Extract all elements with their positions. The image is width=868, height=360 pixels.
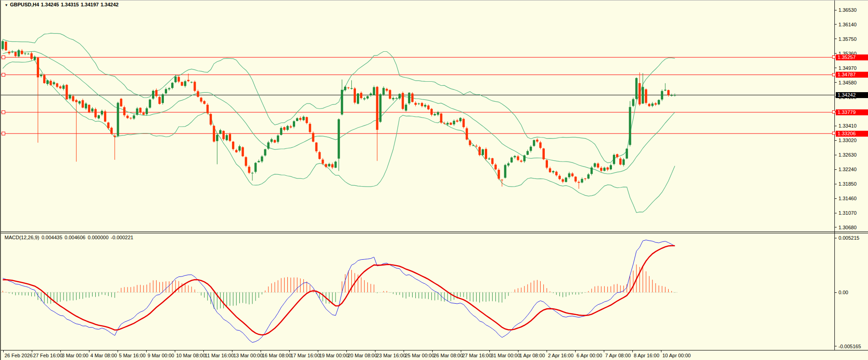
candle-body — [402, 93, 404, 109]
candle-body — [5, 42, 7, 50]
candle-body — [562, 179, 564, 182]
candle-body — [299, 118, 301, 120]
time-tick-mark — [661, 350, 661, 352]
ohlc-low: 1.34197 — [81, 2, 99, 7]
candle-body — [190, 82, 192, 83]
candle-body — [232, 142, 234, 149]
level-line-anchor[interactable] — [2, 132, 5, 135]
candle-body — [222, 131, 225, 139]
candle-body — [66, 85, 68, 99]
candle-body — [40, 74, 42, 76]
candle-body — [136, 108, 138, 115]
candle-body — [571, 173, 573, 176]
time-tick-mark — [118, 350, 118, 352]
candle-body — [75, 100, 78, 102]
candle-body — [245, 157, 247, 166]
candle-body — [527, 151, 529, 155]
candle-body — [59, 86, 61, 88]
price-tick-mark — [835, 126, 837, 126]
candle-body — [629, 107, 631, 145]
candle-body — [418, 104, 420, 104]
time-tick-mark — [175, 350, 175, 352]
level-line-anchor[interactable] — [2, 111, 5, 114]
time-tick-mark — [89, 350, 89, 352]
candle-body — [421, 103, 423, 106]
level-line-anchor[interactable] — [2, 73, 5, 76]
symbol-dropdown-icon[interactable]: ▼ — [5, 3, 8, 7]
ohlc-high: 1.34315 — [61, 2, 79, 7]
price-tick-mark — [835, 227, 837, 227]
level-line-handle[interactable] — [832, 55, 835, 59]
candle-body — [283, 127, 286, 130]
candle-body — [91, 108, 94, 111]
candle-body — [168, 88, 170, 89]
candle-body — [607, 168, 609, 170]
level-line-handle[interactable] — [832, 110, 835, 113]
price-tick-label: 1.33020 — [838, 138, 857, 143]
macd-chart-area[interactable] — [1, 233, 834, 350]
candle-body — [411, 94, 414, 102]
macd-histogram — [3, 265, 675, 310]
candle-body — [162, 94, 164, 103]
candle-body — [149, 99, 151, 108]
price-tick-label: 1.36530 — [838, 7, 857, 13]
candle-body — [530, 147, 532, 151]
panel-divider[interactable] — [1, 232, 868, 233]
time-label: 4 Mar 08:00 — [90, 353, 117, 358]
level-line-anchor[interactable] — [2, 56, 5, 59]
candle-body — [331, 164, 334, 168]
candle-body — [30, 53, 33, 59]
candle-body — [667, 90, 670, 95]
candle-body — [139, 108, 142, 112]
candle-body — [85, 104, 87, 108]
candle-body — [603, 168, 606, 171]
macd-name: MACD(12,26,9) — [5, 235, 39, 240]
candle-body — [424, 105, 426, 107]
candle-body — [94, 109, 97, 117]
candle-body — [581, 179, 583, 182]
candle-body — [27, 54, 30, 54]
candle-body — [642, 87, 644, 104]
candle-body — [34, 57, 36, 60]
price-chart-area[interactable] — [1, 0, 834, 232]
candle-body — [69, 95, 71, 99]
time-tick-mark — [203, 350, 204, 352]
time-tick-mark — [232, 350, 232, 352]
candle-body — [8, 52, 10, 54]
macd-axis-bottom-label: -0.005165 — [838, 344, 861, 349]
level-price-box: 1.33779 — [836, 109, 868, 115]
candle-body — [523, 155, 526, 161]
candle-body — [366, 96, 369, 99]
price-tick-mark — [835, 140, 837, 141]
candle-body — [510, 158, 513, 163]
price-tick-label: 1.33410 — [838, 123, 857, 128]
time-tick-mark — [432, 350, 433, 352]
candle-body — [443, 123, 445, 123]
time-tick-mark — [632, 350, 633, 352]
time-label: 2 Apr 16:00 — [548, 353, 573, 358]
candle-body — [430, 109, 433, 115]
candle-body — [613, 155, 615, 164]
candle-body — [555, 172, 557, 175]
candle-body — [187, 80, 189, 81]
time-tick-mark — [375, 350, 375, 352]
price-axis[interactable]: 1.365301.361401.357501.353601.349701.345… — [834, 0, 868, 350]
candle-body — [350, 88, 353, 89]
time-label: 27 Feb 16:00 — [33, 353, 63, 358]
candle-body — [507, 163, 509, 166]
level-line-handle[interactable] — [832, 132, 835, 135]
candle-body — [338, 119, 340, 159]
candle-body — [488, 158, 490, 159]
candle-body — [82, 100, 84, 108]
price-tick-mark — [835, 39, 837, 39]
candle-body — [302, 117, 305, 120]
time-label: 19 Mar 00:00 — [319, 353, 349, 358]
time-tick-mark — [3, 350, 4, 352]
time-axis[interactable]: 26 Feb 202627 Feb 16:003 Mar 00:004 Mar … — [1, 350, 868, 360]
candle-body — [267, 143, 270, 149]
level-line-handle[interactable] — [832, 73, 835, 76]
price-tick-mark — [835, 169, 837, 170]
time-label: 7 Apr 08:00 — [605, 353, 631, 358]
candle-body — [440, 113, 442, 123]
candle-body — [238, 146, 241, 151]
